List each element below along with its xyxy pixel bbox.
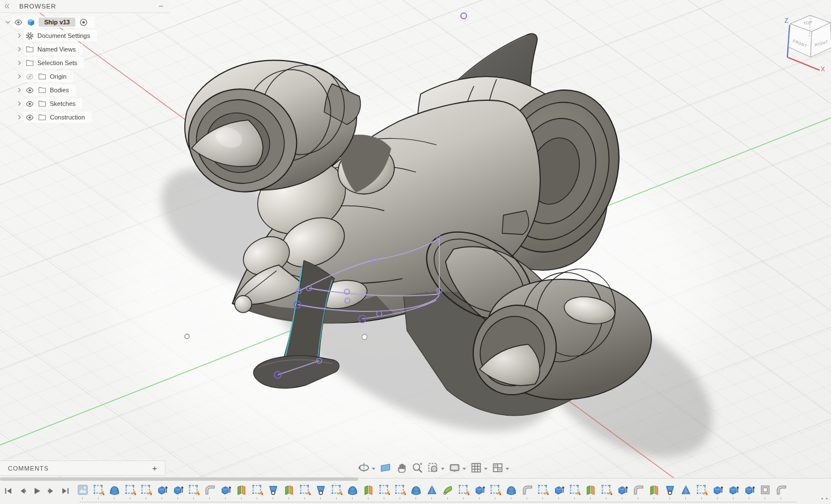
timeline-feature-extrude[interactable]: [172, 484, 184, 496]
timeline-feature-revolve[interactable]: [268, 484, 279, 496]
zoom-button[interactable]: [410, 460, 424, 477]
timeline-go-to-end-button[interactable]: [60, 486, 70, 496]
viewports-button[interactable]: [491, 460, 510, 477]
timeline-feature-form[interactable]: [506, 484, 517, 496]
timeline-feature-extrude[interactable]: [220, 484, 231, 496]
timeline-feature-form[interactable]: [347, 484, 358, 496]
add-comment-button[interactable]: +: [150, 464, 159, 473]
timeline-feature-fillet[interactable]: [775, 484, 787, 496]
timeline-play-button[interactable]: [32, 486, 42, 496]
component-cube-icon: [26, 18, 35, 27]
timeline-feature-sketch[interactable]: [252, 484, 263, 496]
dropdown-caret-icon[interactable]: [484, 468, 487, 470]
timeline-feature-sketch[interactable]: [125, 484, 136, 496]
comments-bar[interactable]: COMMENTS +: [0, 460, 166, 476]
browser-item-label: Construction: [50, 114, 85, 121]
eye-icon[interactable]: [25, 99, 34, 108]
dropdown-caret-icon[interactable]: [372, 468, 375, 470]
timeline-feature-extrude[interactable]: [553, 484, 565, 496]
timeline-feature-sketch[interactable]: [331, 484, 342, 496]
eye-off-icon[interactable]: [25, 72, 34, 81]
pan-button[interactable]: [395, 460, 408, 477]
timeline-ruler: [79, 502, 797, 502]
eye-icon[interactable]: [14, 18, 23, 27]
timeline-feature-sketch[interactable]: [490, 484, 501, 496]
timeline-feature-extrude[interactable]: [474, 484, 485, 496]
dropdown-caret-icon[interactable]: [506, 468, 509, 470]
timeline-feature-sketch[interactable]: [537, 484, 549, 496]
timeline-feature-mirror[interactable]: [283, 484, 295, 496]
timeline-feature-mirror[interactable]: [363, 484, 374, 496]
eye-icon[interactable]: [25, 113, 34, 122]
timeline-feature-extrude[interactable]: [712, 484, 723, 496]
browser-item-selection-sets[interactable]: Selection Sets: [15, 56, 170, 70]
timeline-feature-extrude[interactable]: [156, 484, 168, 496]
folder-icon: [37, 72, 46, 81]
timeline-feature-form[interactable]: [410, 484, 422, 496]
timeline-feature-sketch[interactable]: [93, 484, 104, 496]
comments-title: COMMENTS: [8, 465, 150, 472]
timeline-feature-fillet[interactable]: [522, 484, 533, 496]
browser-item-construction[interactable]: Construction: [15, 110, 170, 124]
timeline-step-back-button[interactable]: [18, 486, 28, 496]
collapse-panel-icon[interactable]: [2, 2, 11, 11]
display-settings-button[interactable]: [448, 460, 467, 477]
timeline-feature-revolve[interactable]: [664, 484, 676, 496]
timeline-feature-sketch[interactable]: [601, 484, 612, 496]
timeline-step-forward-button[interactable]: [46, 486, 56, 496]
eye-icon[interactable]: [25, 86, 34, 95]
root-component-name[interactable]: Ship v13: [39, 18, 75, 27]
orbit-button[interactable]: [357, 460, 376, 477]
chevron-right-icon[interactable]: [15, 45, 24, 54]
timeline-feature-sketch[interactable]: [188, 484, 200, 496]
timeline-scrollbar[interactable]: [0, 477, 358, 481]
browser-item-named-views[interactable]: Named Views: [15, 42, 170, 56]
timeline-feature-fillet[interactable]: [633, 484, 644, 496]
timeline-feature-mirror[interactable]: [585, 484, 596, 496]
chevron-right-icon[interactable]: [15, 72, 24, 81]
timeline-feature-mirror[interactable]: [648, 484, 660, 496]
timeline-feature-fillet[interactable]: [204, 484, 215, 496]
browser-item-origin[interactable]: Origin: [15, 70, 170, 83]
chevron-right-icon[interactable]: [15, 113, 24, 122]
timeline-feature-canvas[interactable]: [77, 484, 88, 496]
ground-point: [362, 335, 367, 340]
minimize-panel-icon[interactable]: [156, 2, 166, 11]
timeline-feature-sketch[interactable]: [299, 484, 311, 496]
view-cube[interactable]: Z X TOP FRONT RIGHT: [774, 2, 831, 74]
timeline-feature-sketch[interactable]: [569, 484, 580, 496]
timeline-feature-sketch[interactable]: [458, 484, 469, 496]
timeline-feature-sketch[interactable]: [395, 484, 406, 496]
timeline-feature-extrude[interactable]: [617, 484, 628, 496]
timeline-feature-sketch[interactable]: [696, 484, 707, 496]
chevron-right-icon[interactable]: [15, 86, 24, 95]
chevron-right-icon[interactable]: [15, 99, 24, 108]
timeline-feature-shell[interactable]: [760, 484, 771, 496]
timeline-feature-sketch[interactable]: [141, 484, 152, 496]
window-zoom-button[interactable]: [426, 460, 446, 477]
timeline-feature-revolve[interactable]: [315, 484, 327, 496]
chevron-down-icon[interactable]: [3, 18, 12, 27]
look-at-button[interactable]: [379, 460, 392, 477]
browser-item-document-settings[interactable]: Document Settings: [15, 29, 170, 42]
dropdown-caret-icon[interactable]: [463, 468, 466, 470]
radio-target-icon[interactable]: [79, 18, 88, 27]
timeline-feature-sweep[interactable]: [442, 484, 453, 496]
timeline-feature-loft[interactable]: [426, 484, 438, 496]
browser-item-sketches[interactable]: Sketches: [15, 97, 170, 110]
browser-item-label: Named Views: [37, 46, 76, 53]
timeline-feature-extrude[interactable]: [744, 484, 755, 496]
timeline-feature-loft[interactable]: [680, 484, 692, 496]
grid-settings-button[interactable]: [469, 460, 489, 477]
timeline-go-to-start-button[interactable]: [3, 486, 14, 496]
timeline-feature-extrude[interactable]: [728, 484, 739, 496]
dropdown-caret-icon[interactable]: [441, 468, 444, 470]
chevron-right-icon[interactable]: [15, 31, 24, 40]
timeline-feature-mirror[interactable]: [236, 484, 247, 496]
fusion360-window: { "browser": { "title": "BROWSER", "head…: [0, 0, 831, 504]
timeline-feature-sketch[interactable]: [379, 484, 390, 496]
timeline-feature-form[interactable]: [109, 484, 120, 496]
browser-item-bodies[interactable]: Bodies: [15, 83, 170, 97]
browser-item-root[interactable]: Ship v13: [3, 15, 170, 29]
chevron-right-icon[interactable]: [15, 58, 24, 67]
